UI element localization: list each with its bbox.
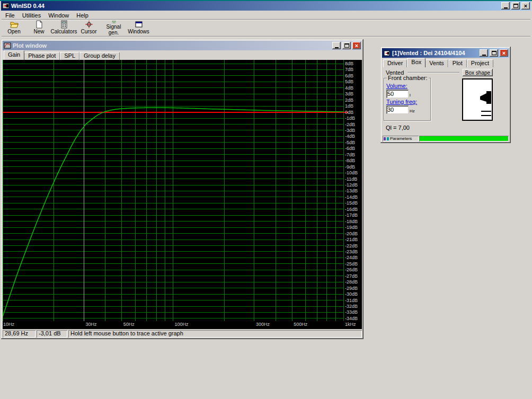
tab-box[interactable]: Box — [407, 58, 425, 67]
tab-vents[interactable]: Vents — [425, 59, 448, 67]
plot-window: Plot window × Gain Phase plot SPL Group … — [1, 39, 363, 339]
signal-gen-button[interactable]: Signal gen. — [101, 20, 126, 36]
tuning-freq-input[interactable] — [386, 105, 409, 114]
speaker-driver-icon — [480, 91, 491, 104]
new-document-icon — [35, 20, 43, 29]
winisd-app: { "glyphs": { "close": "×" }, "colors": … — [0, 0, 532, 399]
ql-value-text: Ql = 7,00 — [386, 125, 410, 131]
tab-gain[interactable]: Gain — [4, 50, 24, 60]
svg-text:8dB: 8dB — [345, 61, 353, 66]
svg-text:-30dB: -30dB — [345, 291, 358, 297]
front-chamber-group: Front chamber: Volume: l Tuning freq: Hz — [384, 75, 431, 121]
svg-text:-12dB: -12dB — [345, 182, 358, 188]
svg-text:-33dB: -33dB — [345, 309, 358, 315]
tuning-freq-unit: Hz — [410, 109, 415, 114]
vented-statusbar: Parameters — [383, 136, 509, 141]
menu-utilities[interactable]: Utilities — [19, 12, 45, 19]
vented-close-button[interactable]: × — [500, 49, 508, 57]
main-titlebar: WinISD 0.44 × — [1, 1, 531, 11]
tab-group-delay[interactable]: Group delay — [79, 52, 120, 60]
plot-titlebar[interactable]: Plot window × — [3, 41, 362, 50]
svg-text:-24dB: -24dB — [345, 255, 358, 260]
svg-text:-8dB: -8dB — [345, 158, 355, 163]
box-tab-content: Vented Box shape Front chamber: Volume: … — [382, 67, 509, 141]
svg-text:-21dB: -21dB — [345, 237, 358, 242]
svg-text:-28dB: -28dB — [345, 279, 358, 285]
svg-text:1kHz: 1kHz — [345, 322, 356, 327]
vented-minimize-button[interactable] — [480, 49, 488, 57]
minimize-icon — [504, 7, 508, 8]
cursor-label: Cursor — [81, 29, 96, 34]
vented-titlebar[interactable]: [1]Vented : Dei 24104/4104 × — [382, 48, 509, 58]
svg-text:30Hz: 30Hz — [85, 322, 97, 327]
svg-text:-11dB: -11dB — [345, 176, 357, 182]
svg-text:-23dB: -23dB — [345, 249, 358, 254]
parameters-icon — [387, 137, 389, 140]
signal-generator-icon — [110, 20, 118, 24]
svg-text:-32dB: -32dB — [345, 304, 358, 309]
windows-button[interactable]: Windows — [126, 20, 151, 36]
plot-maximize-button[interactable] — [342, 42, 351, 49]
menu-window[interactable]: Window — [45, 12, 73, 19]
svg-text:5dB: 5dB — [345, 79, 353, 84]
plot-close-button[interactable]: × — [352, 42, 361, 49]
vented-window-title: [1]Vented : Dei 24104/4104 — [392, 50, 478, 56]
toolbar: Open New Calculators Cursor Signal gen. … — [2, 20, 530, 36]
svg-text:-2dB: -2dB — [345, 122, 355, 127]
svg-text:300Hz: 300Hz — [256, 322, 270, 327]
minimize-icon — [482, 55, 486, 56]
tab-plot[interactable]: Plot — [448, 59, 467, 67]
svg-text:-18dB: -18dB — [345, 219, 358, 224]
svg-text:-20dB: -20dB — [345, 231, 358, 236]
plot-tabs: Gain Phase plot SPL Group delay — [3, 50, 362, 60]
volume-label[interactable]: Volume: — [386, 83, 429, 89]
svg-text:-4dB: -4dB — [345, 134, 355, 139]
calculators-button[interactable]: Calculators — [51, 20, 76, 36]
toolbar-client-divider — [2, 36, 530, 37]
svg-text:50Hz: 50Hz — [123, 322, 135, 327]
cursor-crosshair-icon — [85, 20, 93, 29]
svg-text:3dB: 3dB — [345, 91, 353, 96]
main-maximize-button[interactable] — [511, 2, 520, 10]
vented-maximize-button[interactable] — [490, 49, 498, 57]
svg-text:7dB: 7dB — [345, 67, 353, 72]
svg-text:-10dB: -10dB — [345, 170, 358, 175]
svg-text:500Hz: 500Hz — [294, 322, 308, 327]
gain-plot-canvas[interactable]: 8dB7dB6dB5dB4dB3dB2dB1dB0dB-1dB-2dB-3dB-… — [3, 60, 362, 329]
cursor-gain-readout: -3,01 dB — [37, 330, 67, 338]
open-label: Open — [7, 29, 20, 34]
open-button[interactable]: Open — [2, 20, 26, 36]
main-window-title: WinISD 0.44 — [11, 3, 500, 9]
tab-driver[interactable]: Driver — [383, 59, 407, 67]
tab-project[interactable]: Project — [467, 59, 493, 67]
parameters-label: Parameters — [390, 136, 412, 141]
menu-bar: File Utilities Window Help — [2, 11, 530, 19]
front-chamber-label: Front chamber: — [387, 75, 429, 81]
svg-text:-29dB: -29dB — [345, 286, 358, 291]
volume-input[interactable] — [386, 90, 409, 98]
menu-help[interactable]: Help — [73, 12, 92, 19]
cursor-frequency-readout: 28,69 Hz — [3, 330, 36, 338]
parameters-button[interactable]: Parameters — [383, 136, 419, 141]
svg-text:-31dB: -31dB — [345, 298, 358, 303]
tab-phase-plot[interactable]: Phase plot — [24, 52, 60, 60]
windows-icon — [135, 20, 143, 29]
new-button[interactable]: New — [26, 20, 51, 36]
svg-text:-25dB: -25dB — [345, 261, 358, 267]
plot-minimize-button[interactable] — [332, 42, 341, 49]
menu-file[interactable]: File — [2, 12, 19, 19]
tab-spl[interactable]: SPL — [60, 52, 79, 60]
svg-text:100Hz: 100Hz — [175, 322, 189, 327]
status-hint-text: Hold left mouse button to trace active g… — [68, 330, 362, 338]
plot-statusbar: 28,69 Hz -3,01 dB Hold left mouse button… — [3, 329, 362, 338]
cursor-button[interactable]: Cursor — [76, 20, 101, 36]
box-type-divider — [407, 72, 459, 73]
main-minimize-button[interactable] — [501, 2, 510, 10]
progress-bar — [419, 136, 509, 141]
box-shape-button[interactable]: Box shape — [463, 69, 493, 76]
svg-text:-14dB: -14dB — [345, 194, 358, 200]
calculators-label: Calculators — [50, 29, 77, 34]
tuning-freq-label[interactable]: Tuning freq: — [386, 99, 429, 105]
svg-text:-3dB: -3dB — [345, 128, 355, 133]
main-close-button[interactable]: × — [521, 2, 530, 10]
